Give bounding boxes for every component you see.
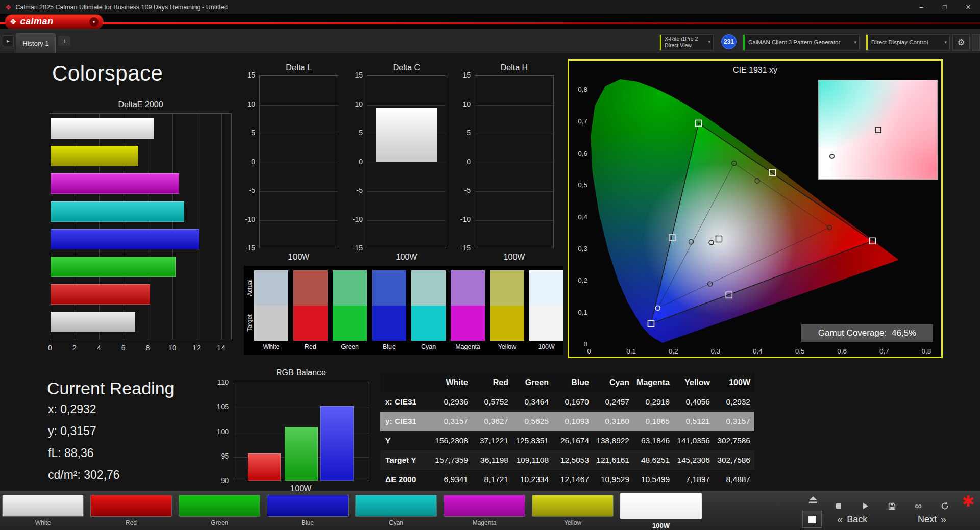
window-pattern-icon (808, 516, 816, 523)
table-row-y[interactable]: Y156,280837,1221125,835126,1674138,89226… (380, 431, 754, 450)
swatch-column-label: Cyan (409, 343, 448, 350)
pattern-button-magenta[interactable]: Magenta (444, 495, 525, 526)
reading-cdm2: cd/m²: 302,76 (48, 468, 120, 482)
table-cell: 0,1865 (633, 412, 674, 431)
pattern-swatch (444, 495, 525, 517)
table-cell: 109,1108 (512, 450, 553, 470)
inset-measured-marker (829, 154, 835, 159)
delta-chart-title: Delta L (259, 63, 338, 72)
table-cell: 36,1198 (472, 450, 512, 470)
swatch-actual-blue (372, 270, 406, 306)
swatch-target-cyan (411, 306, 446, 341)
swatch-column-label: Red (291, 343, 330, 350)
delta-chart-plot (475, 75, 554, 248)
swatch-target-magenta (451, 306, 485, 341)
tab-history-1[interactable]: History 1 (16, 33, 56, 53)
deltae-bar-cyan (51, 201, 184, 222)
window-title: Calman 2025 Calman Ultimate for Business… (16, 4, 228, 11)
eject-icon[interactable] (808, 496, 818, 503)
cie-xtick-label: 0,8 (918, 347, 935, 355)
gamut-coverage-label: Gamut Coverage: (818, 328, 887, 338)
delta-xaxis-label: 100W (259, 253, 338, 262)
deltae-chart: 02468101214 (50, 113, 232, 340)
settings-gear-button[interactable]: ⚙ (952, 34, 970, 51)
delta-ytick-label: 0 (454, 158, 471, 166)
link-infinity-icon: ∞ (915, 500, 922, 512)
deltae-gridline (221, 114, 222, 340)
pattern-button-100w[interactable]: 100W (620, 493, 702, 529)
back-button[interactable]: « Back (837, 514, 867, 525)
pattern-button-white[interactable]: White (2, 495, 84, 526)
pattern-generator-dropdown[interactable]: CalMAN Client 3 Pattern Generator ▾ (743, 34, 860, 51)
cie-xtick-label: 0,5 (791, 347, 808, 355)
deltae-bar-white (51, 118, 154, 139)
table-cell: 145,2306 (674, 450, 714, 470)
minimize-button[interactable]: – (910, 0, 933, 14)
pattern-swatch (179, 495, 260, 517)
pattern-button-blue[interactable]: Blue (267, 495, 349, 526)
pattern-swatch (2, 495, 84, 517)
meter-accent (660, 35, 662, 50)
pattern-swatch (532, 495, 614, 517)
deltae-bar-100w (51, 312, 135, 332)
delta-chart-delta-c: Delta C151050-5-10-15100W (367, 63, 446, 257)
pattern-window-button[interactable] (802, 511, 822, 528)
table-cell: 10,5499 (633, 470, 674, 489)
deltae-chart-title: DeltaE 2000 (50, 100, 232, 109)
table-cell: 0,1093 (553, 412, 593, 431)
pattern-label: 100W (652, 522, 670, 529)
table-row--e-2000[interactable]: ΔE 20006,93418,172110,233412,146710,9529… (380, 470, 754, 489)
workflow-nav-button[interactable]: ▸ (3, 35, 14, 46)
table-header-row: WhiteRedGreenBlueCyanMagentaYellow100W (380, 373, 754, 392)
pattern-button-green[interactable]: Green (179, 495, 260, 526)
swatch-target-100w (529, 306, 564, 341)
next-button[interactable]: Next » (918, 514, 946, 525)
table-cell: 10,9529 (593, 470, 633, 489)
meter-status-badge: 231 (721, 34, 737, 49)
dropdown-caret-icon: ▾ (854, 40, 856, 45)
pattern-bar: WhiteRedGreenBlueCyanMagentaYellow100W ∞… (0, 491, 980, 530)
table-column-header: Magenta (633, 373, 674, 392)
dropdown-caret-icon: ▾ (944, 40, 947, 45)
stop-button[interactable] (832, 499, 845, 513)
swatch-target-blue (372, 306, 406, 341)
table-cell: 8,1721 (472, 470, 512, 489)
maximize-button[interactable]: □ (933, 0, 957, 14)
table-cell: 125,8351 (512, 431, 553, 450)
swatch-column-label: 100W (527, 343, 566, 350)
next-label: Next (918, 514, 937, 525)
link-button[interactable]: ∞ (912, 499, 925, 513)
table-row-y-cie31[interactable]: y: CIE310,31570,36270,56250,10930,31600,… (380, 412, 754, 431)
table-cell: 0,2936 (432, 392, 472, 412)
table-cell: 302,7586 (714, 450, 754, 470)
table-cell: 0,1670 (553, 392, 593, 412)
rgb-bar-blue (320, 406, 354, 481)
deltae-xtick-label: 14 (213, 344, 229, 352)
delta-ytick-label: 0 (239, 158, 255, 166)
pattern-button-yellow[interactable]: Yellow (532, 495, 614, 526)
calman-menu-button[interactable]: ❖ calman ▾ (5, 15, 103, 29)
table-row-target-y[interactable]: Target Y157,735936,1198109,110812,505312… (380, 450, 754, 470)
meter-selector-dropdown[interactable]: X-Rite i1Pro 2Direct View ▾ (659, 34, 714, 51)
delta-gridline (260, 220, 338, 221)
table-cell: 37,1221 (472, 431, 512, 450)
pattern-button-red[interactable]: Red (90, 495, 172, 526)
calman-menu-caret-icon: ▾ (89, 17, 99, 27)
close-button[interactable]: × (957, 0, 980, 14)
pattern-swatch (355, 495, 437, 517)
save-button[interactable] (885, 499, 898, 513)
pattern-label: Green (211, 519, 228, 526)
refresh-button[interactable] (938, 499, 951, 513)
edge-panel-button[interactable] (972, 34, 980, 51)
pattern-button-cyan[interactable]: Cyan (355, 495, 437, 526)
brand-accent-line (0, 22, 980, 24)
delta-ytick-label: 5 (239, 129, 255, 137)
table-row-x-cie31[interactable]: x: CIE310,29360,57520,34640,16700,24570,… (380, 392, 754, 412)
add-tab-button[interactable]: + (58, 36, 70, 46)
display-control-dropdown[interactable]: Direct Display Control ▾ (866, 34, 950, 51)
deltae-bar-red (51, 284, 150, 305)
play-button[interactable] (859, 499, 872, 513)
table-column-header: Green (512, 373, 553, 392)
table-cell: 0,3157 (432, 412, 472, 431)
rgb-balance-plot (233, 383, 369, 481)
